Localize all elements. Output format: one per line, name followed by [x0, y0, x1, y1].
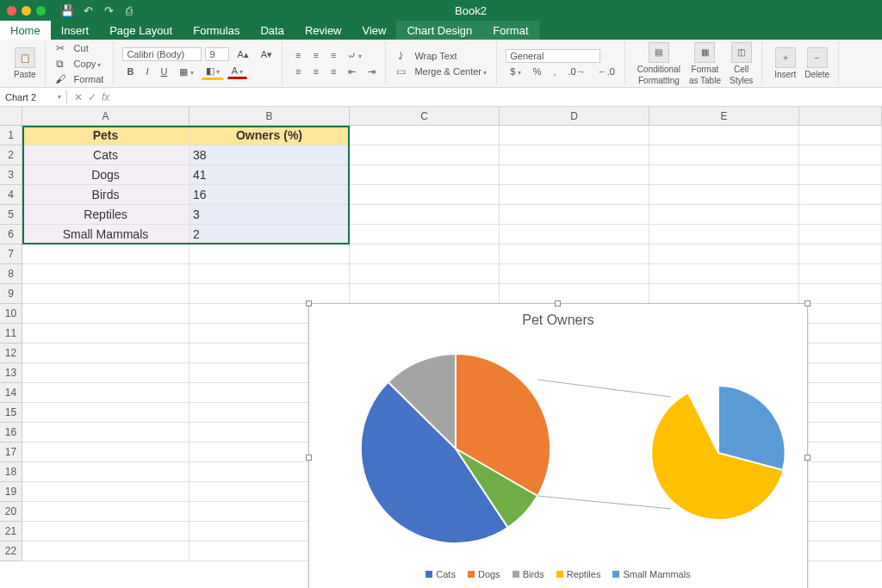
number-format-select[interactable]: General [506, 49, 600, 63]
cell[interactable] [799, 403, 882, 423]
row-header[interactable]: 14 [0, 383, 22, 403]
cell[interactable]: Reptiles [22, 205, 189, 225]
name-box[interactable]: Chart 2 [0, 90, 67, 104]
row-header[interactable]: 6 [0, 225, 22, 244]
cell[interactable] [799, 383, 882, 403]
save-icon[interactable]: 💾 [61, 4, 73, 16]
tab-review[interactable]: Review [295, 21, 352, 40]
cell[interactable] [799, 284, 882, 304]
cell[interactable] [22, 264, 189, 284]
cell[interactable] [350, 244, 500, 264]
italic-button[interactable]: I [141, 65, 152, 78]
cell[interactable] [649, 185, 799, 205]
cell[interactable] [799, 185, 882, 205]
row-header[interactable]: 18 [0, 462, 22, 482]
align-center[interactable]: ≡ [309, 65, 323, 78]
cell[interactable]: Owners (%) [189, 126, 350, 145]
cell[interactable] [500, 205, 649, 225]
cell[interactable] [22, 482, 189, 502]
row-header[interactable]: 4 [0, 185, 22, 205]
cell[interactable] [799, 363, 882, 383]
cell[interactable] [22, 284, 189, 304]
row-header[interactable]: 22 [0, 542, 22, 561]
col-header-rest[interactable] [799, 107, 882, 126]
tab-format[interactable]: Format [482, 21, 538, 40]
redo-icon[interactable]: ↷ [102, 4, 115, 16]
cancel-icon[interactable]: ✕ [74, 91, 83, 103]
row-header[interactable]: 21 [0, 522, 22, 542]
row-header[interactable]: 11 [0, 324, 22, 344]
decrease-decimal[interactable]: ←.0 [593, 65, 619, 78]
align-middle[interactable]: ≡ [309, 48, 323, 62]
cell[interactable] [350, 205, 500, 225]
chart-object[interactable]: Pet Owners [308, 303, 808, 588]
cell[interactable] [350, 185, 500, 205]
cut-button[interactable]: Cut [70, 41, 93, 55]
cell[interactable]: Small Mammals [22, 225, 189, 244]
cell[interactable] [799, 423, 882, 443]
cell[interactable] [350, 225, 500, 244]
cell[interactable] [649, 264, 799, 284]
chart-plot-area[interactable] [309, 328, 807, 569]
cell[interactable] [799, 344, 882, 363]
cell[interactable] [500, 165, 649, 185]
cell[interactable] [799, 482, 882, 502]
cell[interactable]: Birds [22, 185, 189, 205]
row-header[interactable]: 17 [0, 443, 22, 462]
cell[interactable] [189, 264, 350, 284]
tab-page-layout[interactable]: Page Layout [99, 21, 183, 40]
enter-icon[interactable]: ✓ [88, 91, 96, 103]
delete-cells[interactable]: −Delete [801, 46, 833, 81]
tab-home[interactable]: Home [0, 21, 51, 40]
tab-chart-design[interactable]: Chart Design [396, 21, 482, 40]
cell[interactable] [649, 126, 799, 145]
row-header[interactable]: 12 [0, 344, 22, 363]
cell[interactable] [22, 542, 189, 561]
cell[interactable] [189, 244, 350, 264]
insert-cells[interactable]: ＋Insert [771, 46, 799, 81]
wrap-text[interactable]: Wrap Text [410, 49, 461, 63]
cell[interactable] [350, 284, 500, 304]
border-button[interactable]: ▦ [175, 65, 197, 79]
cell[interactable] [799, 225, 882, 244]
resize-handle[interactable] [555, 300, 561, 306]
cell[interactable] [500, 145, 649, 165]
row-header[interactable]: 1 [0, 126, 22, 145]
underline-button[interactable]: U [156, 65, 171, 78]
indent-right[interactable]: ⇥ [363, 65, 380, 79]
row-header[interactable]: 9 [0, 284, 22, 304]
row-header[interactable]: 15 [0, 403, 22, 423]
cell[interactable] [799, 542, 882, 561]
font-color-button[interactable]: A [227, 64, 248, 79]
resize-handle[interactable] [804, 300, 811, 306]
tab-insert[interactable]: Insert [51, 21, 100, 40]
row-header[interactable]: 19 [0, 482, 22, 502]
col-header-D[interactable]: D [500, 107, 649, 126]
cell[interactable] [649, 244, 799, 264]
cell[interactable] [500, 126, 649, 145]
select-all-corner[interactable] [0, 107, 22, 126]
chart-legend[interactable]: Cats Dogs Birds Reptiles Small Mammals [309, 569, 807, 579]
cell[interactable] [799, 165, 882, 185]
indent-left[interactable]: ⇤ [344, 65, 360, 79]
cell[interactable] [500, 264, 649, 284]
row-header[interactable]: 16 [0, 423, 22, 443]
cell[interactable] [649, 284, 799, 304]
cell[interactable] [22, 423, 189, 443]
percent-button[interactable]: % [529, 65, 546, 78]
cell[interactable] [799, 264, 882, 284]
cell[interactable] [350, 165, 500, 185]
cell[interactable] [22, 443, 189, 462]
cell[interactable] [799, 304, 882, 324]
undo-icon[interactable]: ↶ [82, 4, 94, 16]
row-header[interactable]: 7 [0, 244, 22, 264]
col-header-A[interactable]: A [22, 107, 189, 126]
paste-button[interactable]: 📋 Paste [10, 46, 40, 81]
tab-data[interactable]: Data [250, 21, 294, 40]
cell[interactable] [350, 126, 500, 145]
cell[interactable] [649, 145, 799, 165]
cell[interactable] [22, 363, 189, 383]
cell[interactable] [350, 145, 500, 165]
format-as-table[interactable]: ▦Formatas Table [686, 40, 724, 87]
increase-decimal[interactable]: .0→ [563, 65, 589, 78]
